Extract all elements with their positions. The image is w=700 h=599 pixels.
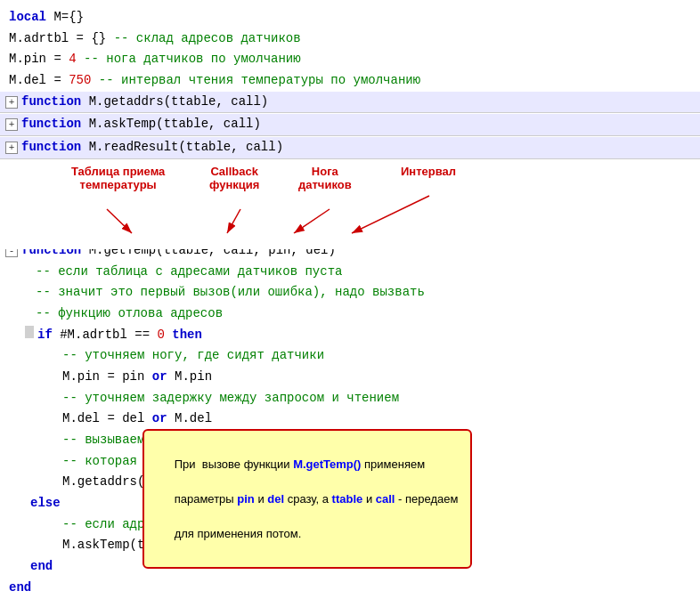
- tooltip-text-4: и: [255, 492, 268, 506]
- tooltip-text-7: - передаем: [395, 492, 458, 506]
- tooltip-mgettemp: M.getTemp(): [293, 457, 361, 471]
- tooltip-del: del: [267, 492, 284, 506]
- code-line: M.pin = pin or M.pin: [0, 367, 700, 388]
- collapsed-function-2[interactable]: +function M.askTemp(ttable, call): [0, 114, 700, 136]
- tooltip-text-8: для применения потом.: [175, 527, 302, 540]
- tooltip-text-6: и: [362, 492, 376, 506]
- collapsed-function-3[interactable]: +function M.readResult(ttable, call): [0, 137, 700, 159]
- annotations-svg: [0, 160, 700, 249]
- code-line: M.pin = 4 -- нога датчиков по умолчанию: [0, 49, 700, 70]
- sidebar-marker[interactable]: [25, 326, 34, 338]
- svg-line-1: [107, 209, 132, 233]
- code-line: M.del = 750 -- интервал чтения температу…: [0, 70, 700, 92]
- end-inner-line: end При вызове функции M.getTemp() приме…: [0, 556, 700, 578]
- if-line: if #M.adrtbl == 0 then: [0, 325, 700, 346]
- tooltip-text-5: сразу, а: [284, 492, 332, 506]
- code-line: -- функцию отлова адресов: [0, 304, 700, 325]
- tooltip-box: При вызове функции M.getTemp() применяем…: [142, 429, 472, 569]
- tooltip-ttable: ttable: [332, 492, 363, 506]
- collapse-icon-3[interactable]: +: [5, 142, 18, 154]
- svg-line-4: [352, 196, 429, 233]
- code-line: M.del = del or M.del: [0, 409, 700, 430]
- code-line: -- если таблица с адресами датчиков пуст…: [0, 262, 700, 283]
- svg-line-3: [294, 209, 330, 233]
- code-line: -- значит это первый вызов(или ошибка), …: [0, 282, 700, 304]
- code-line: -- уточняем ногу, где сидят датчики: [0, 345, 700, 367]
- collapse-icon-2[interactable]: +: [5, 118, 18, 131]
- annotation-area: Таблица приематемпературы Callbackфункци…: [0, 160, 700, 249]
- collapse-icon-1[interactable]: +: [5, 96, 18, 109]
- keyword-local: local: [9, 8, 53, 28]
- end-outer-line: end: [0, 578, 700, 599]
- tooltip-text-3: параметры: [175, 492, 238, 506]
- code-line: local M={}: [0, 7, 700, 28]
- code-container: local M={} M.adrtbl = {} -- склад адресо…: [0, 0, 700, 599]
- tooltip-call: call: [376, 492, 395, 506]
- tooltip-text-2: применяем: [361, 457, 425, 471]
- tooltip-pin: pin: [237, 492, 255, 506]
- code-line: -- уточняем задержку между запросом и чт…: [0, 388, 700, 409]
- svg-line-2: [227, 209, 240, 233]
- code-line: M.adrtbl = {} -- склад адресов датчиков: [0, 28, 700, 50]
- tooltip-text-1: При вызове функции: [175, 457, 293, 471]
- collapsed-function-1[interactable]: +function M.getaddrs(ttable, call): [0, 92, 700, 114]
